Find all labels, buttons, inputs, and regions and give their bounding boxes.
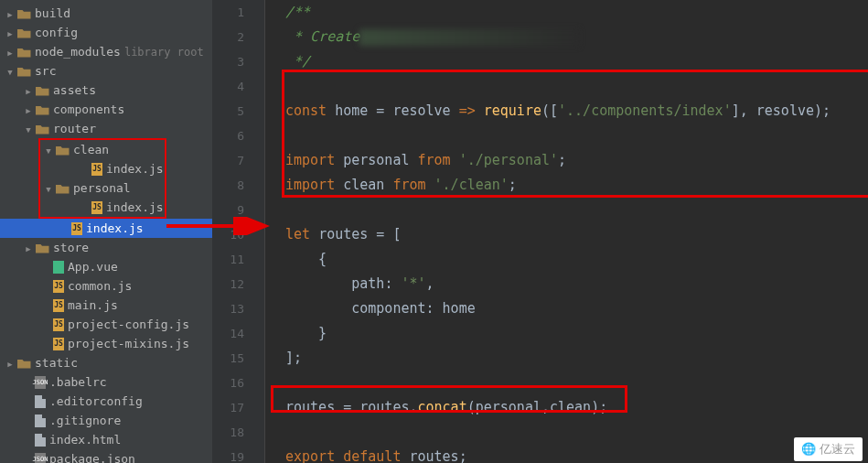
file-label: common.js [68, 279, 132, 293]
line-number: 15 [212, 346, 264, 371]
file-label: .editorconfig [49, 394, 143, 408]
folder-label: build [35, 6, 70, 20]
file-main-js[interactable]: JSmain.js [0, 296, 212, 315]
code-line [265, 124, 868, 148]
folder-label: clean [73, 143, 109, 156]
vue-icon [53, 261, 64, 274]
folder-label: personal [73, 181, 131, 195]
folder-src[interactable]: src [0, 61, 212, 81]
code-line: /** [265, 0, 868, 25]
file-personal-index[interactable]: JSindex.js [40, 198, 165, 217]
js-icon: JS [53, 318, 64, 331]
folder-label: static [35, 356, 78, 370]
file-label: package.json [49, 452, 135, 463]
code-line: const home = resolve => require(['../com… [265, 99, 868, 124]
file-label: index.html [49, 433, 121, 447]
code-line: path: '*', [265, 272, 868, 296]
code-line: import personal from './personal'; [265, 148, 868, 173]
code-line [265, 371, 868, 395]
line-number: 7 [212, 148, 264, 173]
json-icon: JSON [35, 453, 46, 464]
js-icon: JS [53, 299, 64, 312]
highlighted-tree-group: clean JSindex.js personal JSindex.js [38, 138, 166, 219]
folder-router[interactable]: router [0, 119, 212, 138]
line-number: 12 [212, 272, 264, 296]
line-number: 6 [212, 124, 264, 148]
folder-assets[interactable]: assets [0, 81, 212, 100]
file-editorconfig[interactable]: .editorconfig [0, 392, 212, 411]
folder-label: node_modules [35, 45, 121, 59]
file-label: main.js [68, 298, 118, 312]
code-line: * Create [265, 25, 868, 49]
file-common-js[interactable]: JScommon.js [0, 276, 212, 296]
code-line: { [265, 247, 868, 272]
watermark: 🌐亿速云 [794, 437, 863, 461]
line-number-gutter[interactable]: 1 2 3 4 5 6 7 8 9 10 11 12 13 14 15 16 1… [212, 0, 265, 463]
line-number: 19 [212, 445, 264, 463]
file-package-json[interactable]: JSONpackage.json [0, 449, 212, 463]
line-number: 14 [212, 321, 264, 346]
code-editor[interactable]: /** * Create */ const home = resolve => … [265, 0, 868, 463]
code-line: */ [265, 49, 868, 74]
file-label: project-config.js [68, 318, 189, 331]
folder-components[interactable]: components [0, 100, 212, 119]
folder-label: router [53, 122, 96, 135]
line-number: 11 [212, 247, 264, 272]
file-icon [35, 434, 46, 447]
line-number: 2 [212, 25, 264, 49]
file-label: index.js [106, 200, 164, 214]
js-icon: JS [91, 163, 102, 176]
folder-build[interactable]: build [0, 4, 212, 23]
file-label: index.js [86, 221, 144, 235]
folder-personal[interactable]: personal [40, 178, 165, 198]
folder-config[interactable]: config [0, 23, 212, 42]
file-label: project-mixins.js [68, 337, 189, 350]
file-project-mixins[interactable]: JSproject-mixins.js [0, 334, 212, 353]
line-number: 17 [212, 395, 264, 420]
library-hint: library root [124, 46, 204, 59]
line-number: 5 [212, 99, 264, 124]
file-app-vue[interactable]: App.vue [0, 257, 212, 276]
code-line: ]; [265, 346, 868, 371]
js-icon: JS [53, 338, 64, 350]
code-line [265, 198, 868, 222]
js-icon: JS [53, 280, 64, 293]
code-line [265, 420, 868, 445]
line-number: 1 [212, 0, 264, 25]
file-babelrc[interactable]: JSON.babelrc [0, 372, 212, 392]
file-gitignore[interactable]: .gitignore [0, 411, 212, 430]
folder-node-modules[interactable]: node_moduleslibrary root [0, 42, 212, 61]
file-project-config[interactable]: JSproject-config.js [0, 315, 212, 334]
folder-label: components [53, 102, 124, 116]
file-icon [35, 395, 46, 408]
file-clean-index[interactable]: JSindex.js [40, 159, 165, 178]
js-icon: JS [71, 222, 82, 235]
line-number: 16 [212, 371, 264, 395]
file-icon [35, 415, 46, 427]
line-number: 9 [212, 198, 264, 222]
code-line: } [265, 321, 868, 346]
code-line: let routes = [ [265, 222, 868, 247]
line-number: 10 [212, 222, 264, 247]
code-line [265, 74, 868, 99]
folder-label: config [35, 26, 78, 39]
file-label: App.vue [68, 260, 118, 274]
line-number: 3 [212, 49, 264, 74]
folder-store[interactable]: store [0, 238, 212, 257]
code-line: component: home [265, 296, 868, 321]
file-label: .gitignore [49, 414, 121, 427]
line-number: 18 [212, 420, 264, 445]
folder-static[interactable]: static [0, 353, 212, 372]
file-router-index[interactable]: JSindex.js [0, 219, 212, 238]
code-line: routes = routes.concat(personal,clean); [265, 395, 868, 420]
file-index-html[interactable]: index.html [0, 430, 212, 449]
folder-clean[interactable]: clean [40, 140, 165, 159]
js-icon: JS [91, 201, 102, 214]
line-number: 4 [212, 74, 264, 99]
line-number: 13 [212, 296, 264, 321]
code-line: export default routes; [265, 445, 868, 463]
project-tree[interactable]: build config node_moduleslibrary root sr… [0, 0, 212, 463]
folder-label: assets [53, 83, 96, 97]
code-line: import clean from './clean'; [265, 173, 868, 198]
json-icon: JSON [35, 376, 46, 389]
